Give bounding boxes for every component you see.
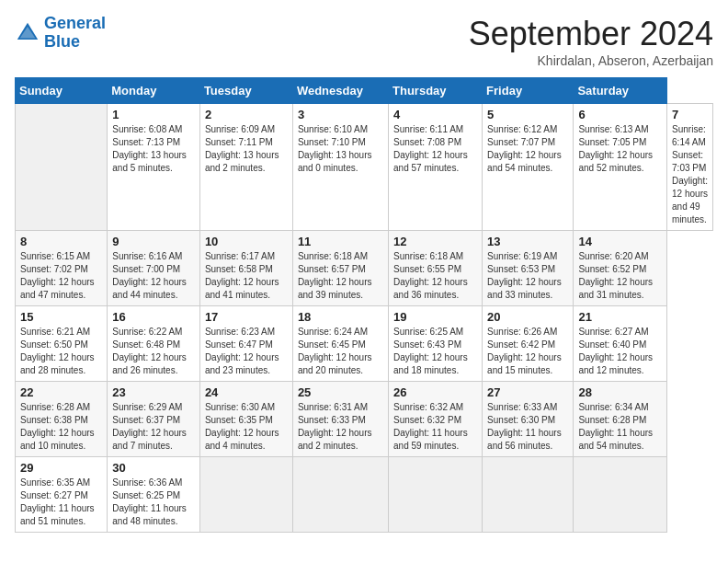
- day-number: 3: [298, 108, 383, 121]
- day-info: Sunrise: 6:30 AMSunset: 6:35 PMDaylight:…: [205, 401, 288, 453]
- day-number: 6: [578, 108, 662, 121]
- day-number: 14: [578, 235, 662, 248]
- calendar-cell: 19Sunrise: 6:25 AMSunset: 6:43 PMDayligh…: [389, 306, 483, 382]
- day-info: Sunrise: 6:19 AMSunset: 6:53 PMDaylight:…: [487, 250, 568, 302]
- calendar-cell: 23Sunrise: 6:29 AMSunset: 6:37 PMDayligh…: [108, 382, 200, 457]
- day-number: 5: [487, 108, 568, 121]
- day-info: Sunrise: 6:15 AMSunset: 7:02 PMDaylight:…: [20, 250, 102, 302]
- day-number: 30: [112, 461, 195, 475]
- calendar-cell: 29Sunrise: 6:35 AMSunset: 6:27 PMDayligh…: [16, 457, 108, 533]
- day-number: 17: [205, 310, 288, 324]
- day-number: 16: [112, 310, 195, 324]
- day-info: Sunrise: 6:27 AMSunset: 6:40 PMDaylight:…: [578, 326, 662, 377]
- day-info: Sunrise: 6:08 AMSunset: 7:13 PMDaylight:…: [112, 123, 195, 175]
- weekday-header-saturday: Saturday: [574, 78, 667, 104]
- day-number: 15: [20, 310, 102, 324]
- day-info: Sunrise: 6:24 AMSunset: 6:45 PMDaylight:…: [298, 326, 383, 377]
- day-info: Sunrise: 6:25 AMSunset: 6:43 PMDaylight:…: [393, 326, 477, 377]
- day-info: Sunrise: 6:21 AMSunset: 6:50 PMDaylight:…: [20, 326, 102, 377]
- day-number: 27: [487, 385, 568, 399]
- weekday-header-monday: Monday: [108, 78, 200, 104]
- day-info: Sunrise: 6:10 AMSunset: 7:10 PMDaylight:…: [298, 123, 383, 175]
- calendar-cell: [483, 457, 574, 533]
- day-info: Sunrise: 6:23 AMSunset: 6:47 PMDaylight:…: [205, 326, 288, 377]
- calendar-cell: 10Sunrise: 6:17 AMSunset: 6:58 PMDayligh…: [199, 231, 292, 306]
- day-info: Sunrise: 6:17 AMSunset: 6:58 PMDaylight:…: [205, 250, 288, 302]
- weekday-header-wednesday: Wednesday: [292, 78, 388, 104]
- day-info: Sunrise: 6:18 AMSunset: 6:55 PMDaylight:…: [393, 250, 477, 302]
- day-info: Sunrise: 6:35 AMSunset: 6:27 PMDaylight:…: [20, 477, 102, 528]
- day-number: 28: [578, 385, 662, 399]
- logo-line2: Blue: [44, 32, 80, 51]
- day-number: 8: [20, 235, 102, 248]
- weekday-header-tuesday: Tuesday: [199, 78, 292, 104]
- calendar-cell: 5Sunrise: 6:12 AMSunset: 7:07 PMDaylight…: [483, 104, 574, 231]
- month-title: September 2024: [469, 15, 713, 53]
- day-number: 26: [393, 385, 477, 399]
- calendar-cell: [292, 457, 388, 533]
- calendar-week-3: 15Sunrise: 6:21 AMSunset: 6:50 PMDayligh…: [16, 306, 713, 382]
- calendar-week-4: 22Sunrise: 6:28 AMSunset: 6:38 PMDayligh…: [16, 382, 713, 457]
- day-number: 25: [298, 385, 383, 399]
- day-info: Sunrise: 6:12 AMSunset: 7:07 PMDaylight:…: [487, 123, 568, 175]
- day-info: Sunrise: 6:34 AMSunset: 6:28 PMDaylight:…: [578, 401, 662, 453]
- calendar-cell: [389, 457, 483, 533]
- calendar-cell: 11Sunrise: 6:18 AMSunset: 6:57 PMDayligh…: [292, 231, 388, 306]
- calendar-cell: 16Sunrise: 6:22 AMSunset: 6:48 PMDayligh…: [108, 306, 200, 382]
- calendar-cell: 7Sunrise: 6:14 AMSunset: 7:03 PMDaylight…: [667, 104, 713, 231]
- calendar-cell: 12Sunrise: 6:18 AMSunset: 6:55 PMDayligh…: [389, 231, 483, 306]
- calendar-cell: 26Sunrise: 6:32 AMSunset: 6:32 PMDayligh…: [389, 382, 483, 457]
- calendar-week-5: 29Sunrise: 6:35 AMSunset: 6:27 PMDayligh…: [16, 457, 713, 533]
- day-info: Sunrise: 6:36 AMSunset: 6:25 PMDaylight:…: [112, 477, 195, 528]
- day-number: 4: [393, 108, 477, 121]
- day-info: Sunrise: 6:16 AMSunset: 7:00 PMDaylight:…: [112, 250, 195, 302]
- calendar-cell: 20Sunrise: 6:26 AMSunset: 6:42 PMDayligh…: [483, 306, 574, 382]
- calendar-cell: [16, 104, 108, 231]
- day-number: 2: [205, 108, 288, 121]
- calendar-cell: 18Sunrise: 6:24 AMSunset: 6:45 PMDayligh…: [292, 306, 388, 382]
- day-number: 1: [112, 108, 195, 121]
- weekday-header-row: SundayMondayTuesdayWednesdayThursdayFrid…: [16, 78, 713, 104]
- day-info: Sunrise: 6:18 AMSunset: 6:57 PMDaylight:…: [298, 250, 383, 302]
- calendar-cell: 6Sunrise: 6:13 AMSunset: 7:05 PMDaylight…: [574, 104, 667, 231]
- day-number: 12: [393, 235, 477, 248]
- day-info: Sunrise: 6:32 AMSunset: 6:32 PMDaylight:…: [393, 401, 477, 453]
- day-number: 11: [298, 235, 383, 248]
- calendar-week-2: 8Sunrise: 6:15 AMSunset: 7:02 PMDaylight…: [16, 231, 713, 306]
- day-info: Sunrise: 6:33 AMSunset: 6:30 PMDaylight:…: [487, 401, 568, 453]
- calendar-cell: [574, 457, 667, 533]
- calendar-week-1: 1Sunrise: 6:08 AMSunset: 7:13 PMDaylight…: [16, 104, 713, 231]
- logo-icon: [15, 20, 40, 46]
- day-info: Sunrise: 6:26 AMSunset: 6:42 PMDaylight:…: [487, 326, 568, 377]
- day-info: Sunrise: 6:29 AMSunset: 6:37 PMDaylight:…: [112, 401, 195, 453]
- day-number: 13: [487, 235, 568, 248]
- calendar-cell: 8Sunrise: 6:15 AMSunset: 7:02 PMDaylight…: [16, 231, 108, 306]
- day-info: Sunrise: 6:31 AMSunset: 6:33 PMDaylight:…: [298, 401, 383, 453]
- day-number: 20: [487, 310, 568, 324]
- calendar-cell: 4Sunrise: 6:11 AMSunset: 7:08 PMDaylight…: [389, 104, 483, 231]
- logo: General Blue: [15, 15, 106, 52]
- calendar-cell: 25Sunrise: 6:31 AMSunset: 6:33 PMDayligh…: [292, 382, 388, 457]
- calendar-table: SundayMondayTuesdayWednesdayThursdayFrid…: [15, 77, 713, 533]
- day-info: Sunrise: 6:13 AMSunset: 7:05 PMDaylight:…: [578, 123, 662, 175]
- day-number: 29: [20, 461, 102, 475]
- calendar-cell: 27Sunrise: 6:33 AMSunset: 6:30 PMDayligh…: [483, 382, 574, 457]
- weekday-header-sunday: Sunday: [16, 78, 108, 104]
- calendar-cell: 15Sunrise: 6:21 AMSunset: 6:50 PMDayligh…: [16, 306, 108, 382]
- day-number: 23: [112, 385, 195, 399]
- calendar-cell: 13Sunrise: 6:19 AMSunset: 6:53 PMDayligh…: [483, 231, 574, 306]
- day-number: 18: [298, 310, 383, 324]
- calendar-cell: 28Sunrise: 6:34 AMSunset: 6:28 PMDayligh…: [574, 382, 667, 457]
- day-number: 24: [205, 385, 288, 399]
- location: Khirdalan, Abseron, Azerbaijan: [469, 53, 713, 68]
- title-block: September 2024 Khirdalan, Abseron, Azerb…: [469, 15, 713, 68]
- day-info: Sunrise: 6:20 AMSunset: 6:52 PMDaylight:…: [578, 250, 662, 302]
- calendar-cell: 1Sunrise: 6:08 AMSunset: 7:13 PMDaylight…: [108, 104, 200, 231]
- day-info: Sunrise: 6:22 AMSunset: 6:48 PMDaylight:…: [112, 326, 195, 377]
- day-number: 7: [672, 108, 708, 121]
- calendar-cell: 22Sunrise: 6:28 AMSunset: 6:38 PMDayligh…: [16, 382, 108, 457]
- weekday-header-thursday: Thursday: [389, 78, 483, 104]
- day-info: Sunrise: 6:11 AMSunset: 7:08 PMDaylight:…: [393, 123, 477, 175]
- day-number: 21: [578, 310, 662, 324]
- logo-line1: General: [44, 14, 106, 32]
